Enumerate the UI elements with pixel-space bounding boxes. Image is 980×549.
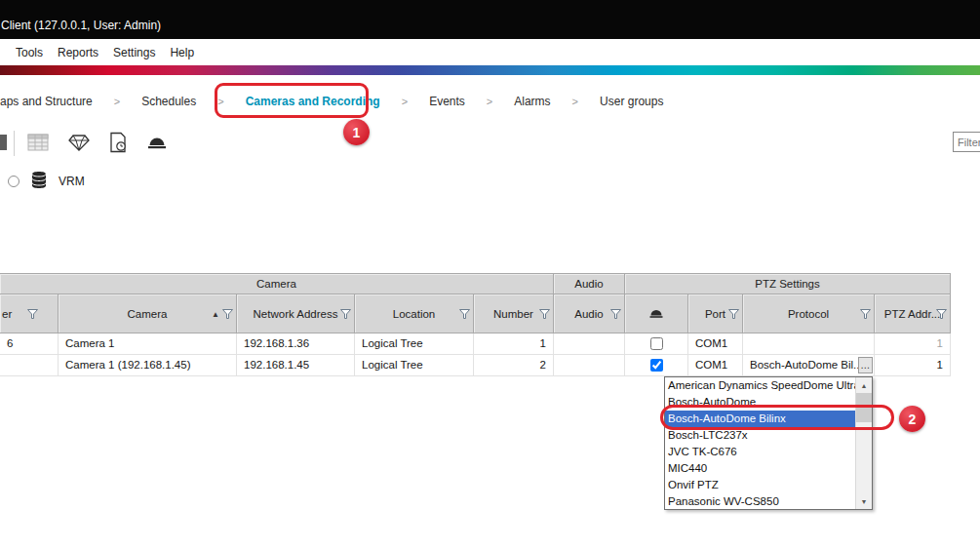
cell-audio[interactable] <box>554 333 625 355</box>
toolbar-button-quality[interactable] <box>66 131 92 156</box>
menu-item-help[interactable]: Help <box>170 46 194 59</box>
menu-item-tools[interactable]: Tools <box>16 46 43 59</box>
window-titlebar: Client (127.0.0.1, User: Admin) <box>0 0 980 39</box>
cell-port[interactable]: COM1 <box>688 355 743 376</box>
cell-port[interactable]: COM1 <box>688 333 743 355</box>
dropdown-option-jvc-tk-c676[interactable]: JVC TK-C676 <box>665 444 855 460</box>
table-grid-icon <box>27 133 49 155</box>
filter-funnel-icon[interactable] <box>860 309 871 319</box>
table-group-header-row: Camera Audio PTZ Settings <box>0 274 951 294</box>
sort-ascending-icon: ▲ <box>212 309 219 318</box>
scroll-down-icon[interactable]: ▼ <box>856 493 872 509</box>
cell-protocol[interactable]: Bosch-AutoDome Bil... … <box>743 355 875 376</box>
protocol-dropdown: American Dynamics SpeedDome Ultra Bosch-… <box>664 376 873 510</box>
cell-network-address[interactable]: 192.168.1.36 <box>237 333 355 355</box>
ptz-enabled-checkbox[interactable] <box>650 337 663 350</box>
group-header-camera: Camera <box>0 274 554 294</box>
dropdown-option-american-dynamics[interactable]: American Dynamics SpeedDome Ultra <box>665 377 855 394</box>
cell-ptz-checkbox <box>625 333 688 355</box>
config-page-tabs: aps and Structure > Schedules > Cameras … <box>0 88 685 115</box>
filter-funnel-icon[interactable] <box>222 309 233 319</box>
cell-ptz-address[interactable]: 1 <box>875 355 951 376</box>
tab-alarms[interactable]: Alarms <box>492 95 571 108</box>
column-header-ptz-dome[interactable] <box>625 294 688 333</box>
bvms-configuration-client-window: Client (127.0.0.1, User: Admin) Tools Re… <box>0 0 980 549</box>
dropdown-option-panasonic-wv-cs850[interactable]: Panasonic WV-CS850 <box>665 493 855 509</box>
filter-input[interactable] <box>953 132 980 152</box>
cell-number[interactable]: 2 <box>474 355 554 376</box>
table-row-camera-2: Camera 1 (192.168.1.45) 192.168.1.45 Log… <box>0 355 951 376</box>
cell-camera[interactable]: Camera 1 <box>59 333 237 355</box>
tab-events[interactable]: Events <box>408 95 487 108</box>
bosch-brand-strip <box>0 65 980 75</box>
vrm-radio-button[interactable] <box>8 176 20 187</box>
filter-funnel-icon[interactable] <box>728 309 739 319</box>
protocol-value: Bosch-AutoDome Bil... <box>750 355 858 375</box>
dropdown-option-bosch-ltc237x[interactable]: Bosch-LTC237x <box>665 427 855 444</box>
filter-funnel-icon[interactable] <box>936 309 947 319</box>
toolbar-button-recording-table[interactable] <box>25 131 51 156</box>
column-header-ptz-address[interactable]: PTZ Addr... <box>875 294 951 333</box>
toolbar-separator <box>14 131 15 156</box>
database-icon <box>30 171 48 193</box>
group-header-ptz-settings: PTZ Settings <box>625 274 951 294</box>
annotation-step-1-badge: 1 <box>343 119 370 145</box>
scrollbar-thumb[interactable] <box>856 393 872 422</box>
dome-camera-icon <box>648 306 664 321</box>
vrm-option-row: VRM <box>8 172 85 191</box>
dropdown-option-onvif-ptz[interactable]: Onvif PTZ <box>665 477 855 493</box>
column-header-port[interactable]: Port <box>688 294 743 333</box>
toolbar-button-ptz[interactable] <box>144 131 170 156</box>
dropdown-option-mic440[interactable]: MIC440 <box>665 460 855 477</box>
clipped-toolbar-icon <box>0 135 7 150</box>
filter-funnel-icon[interactable] <box>539 309 550 319</box>
column-header-audio[interactable]: Audio <box>554 294 625 333</box>
toolbar-button-scheduled-recording[interactable] <box>105 131 131 156</box>
diamond-gem-icon <box>68 133 90 155</box>
group-header-audio: Audio <box>554 274 625 294</box>
window-title: Client (127.0.0.1, User: Admin) <box>1 19 161 32</box>
dropdown-option-bosch-autodome[interactable]: Bosch-AutoDome <box>665 394 855 411</box>
cell-protocol[interactable] <box>743 333 875 355</box>
filter-funnel-icon[interactable] <box>340 309 351 319</box>
tab-maps-and-structure[interactable]: aps and Structure <box>0 95 114 108</box>
menu-bar: Tools Reports Settings Help <box>0 39 980 65</box>
column-header-number[interactable]: Number <box>474 294 554 333</box>
annotation-step-2-badge: 2 <box>899 406 925 432</box>
menu-item-settings[interactable]: Settings <box>113 46 155 59</box>
page-clock-icon <box>108 132 128 156</box>
cell-location[interactable]: Logical Tree <box>355 333 474 355</box>
ptz-enabled-checkbox[interactable] <box>650 359 663 372</box>
dropdown-scrollbar[interactable]: ▲ ▼ <box>855 377 872 509</box>
filter-funnel-icon[interactable] <box>610 309 621 319</box>
cell-ptz-checkbox <box>625 355 688 376</box>
dome-camera-icon <box>146 134 168 153</box>
protocol-dropdown-list: American Dynamics SpeedDome Ultra Bosch-… <box>665 377 855 509</box>
cell-number[interactable]: 1 <box>474 333 554 355</box>
scroll-up-icon[interactable]: ▲ <box>856 377 872 393</box>
menu-item-reports[interactable]: Reports <box>58 46 98 59</box>
filter-funnel-icon[interactable] <box>459 309 470 319</box>
cell-encoder[interactable]: 6 <box>0 333 59 355</box>
cell-audio[interactable] <box>554 355 625 376</box>
column-header-protocol[interactable]: Protocol <box>743 294 875 333</box>
tab-cameras-and-recording[interactable]: Cameras and Recording <box>224 95 402 108</box>
cell-network-address[interactable]: 192.168.1.45 <box>237 355 355 376</box>
tab-user-groups[interactable]: User groups <box>578 95 685 108</box>
column-header-network-address[interactable]: Network Address <box>237 294 355 333</box>
cell-camera[interactable]: Camera 1 (192.168.1.45) <box>59 355 237 376</box>
camera-table: Camera Audio PTZ Settings er Camera ▲ Ne… <box>0 273 951 376</box>
table-row-camera-1: 6 Camera 1 192.168.1.36 Logical Tree 1 C… <box>0 333 951 355</box>
dropdown-option-bosch-autodome-bilinx[interactable]: Bosch-AutoDome Bilinx <box>665 411 855 427</box>
column-header-encoder[interactable]: er <box>0 294 59 333</box>
table-column-header-row: er Camera ▲ Network Address Location Num… <box>0 294 951 333</box>
tab-schedules[interactable]: Schedules <box>120 95 217 108</box>
cell-encoder[interactable] <box>0 355 59 376</box>
vrm-label: VRM <box>59 175 85 188</box>
column-header-camera[interactable]: Camera ▲ <box>59 294 237 333</box>
cell-location[interactable]: Logical Tree <box>355 355 474 376</box>
filter-funnel-icon[interactable] <box>27 309 38 319</box>
column-header-location[interactable]: Location <box>355 294 474 333</box>
cell-ptz-address[interactable]: 1 <box>875 333 951 355</box>
protocol-more-button[interactable]: … <box>858 357 873 373</box>
